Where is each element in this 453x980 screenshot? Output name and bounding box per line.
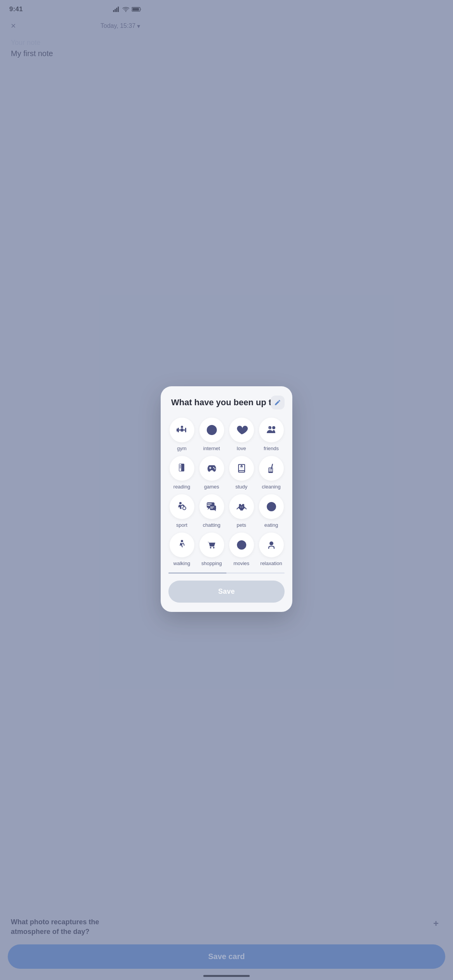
modal-overlay bbox=[0, 0, 151, 327]
